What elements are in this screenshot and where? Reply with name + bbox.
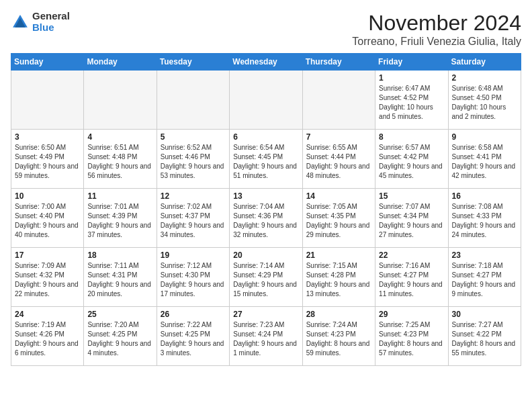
day-info: Sunrise: 6:54 AM Sunset: 4:45 PM Dayligh…: [233, 143, 298, 181]
day-info: Sunrise: 6:48 AM Sunset: 4:50 PM Dayligh…: [452, 84, 517, 122]
day-number: 25: [87, 310, 152, 319]
day-info: Sunrise: 7:02 AM Sunset: 4:37 PM Dayligh…: [161, 202, 226, 240]
day-info: Sunrise: 7:14 AM Sunset: 4:29 PM Dayligh…: [233, 261, 298, 299]
calendar-day-cell: 28Sunrise: 7:24 AM Sunset: 4:23 PM Dayli…: [302, 307, 375, 366]
month-title: November 2024: [352, 11, 521, 36]
day-number: 4: [87, 132, 152, 142]
day-info: Sunrise: 6:55 AM Sunset: 4:44 PM Dayligh…: [306, 143, 371, 181]
logo-icon: [11, 13, 30, 32]
day-info: Sunrise: 6:52 AM Sunset: 4:46 PM Dayligh…: [161, 143, 226, 181]
day-info: Sunrise: 7:05 AM Sunset: 4:35 PM Dayligh…: [306, 202, 371, 240]
day-number: 10: [15, 191, 80, 201]
calendar-day-cell: 26Sunrise: 7:22 AM Sunset: 4:25 PM Dayli…: [157, 307, 229, 366]
day-number: 26: [161, 310, 226, 319]
calendar-week-row: 1Sunrise: 6:47 AM Sunset: 4:52 PM Daylig…: [11, 71, 521, 130]
calendar-day-cell: 10Sunrise: 7:00 AM Sunset: 4:40 PM Dayli…: [11, 189, 84, 248]
day-number: 11: [87, 191, 152, 201]
calendar-body: 1Sunrise: 6:47 AM Sunset: 4:52 PM Daylig…: [11, 71, 521, 366]
calendar-day-cell: 29Sunrise: 7:25 AM Sunset: 4:23 PM Dayli…: [375, 307, 448, 366]
calendar-day-cell: 22Sunrise: 7:16 AM Sunset: 4:27 PM Dayli…: [375, 248, 448, 307]
day-number: 20: [233, 250, 298, 260]
calendar-day-cell: [84, 71, 157, 130]
day-number: 22: [379, 250, 444, 260]
calendar-day-cell: 1Sunrise: 6:47 AM Sunset: 4:52 PM Daylig…: [375, 71, 448, 130]
day-number: 12: [161, 191, 226, 201]
day-number: 23: [452, 250, 517, 260]
day-info: Sunrise: 7:27 AM Sunset: 4:22 PM Dayligh…: [452, 320, 517, 358]
weekday-header: Saturday: [448, 54, 521, 71]
day-number: 14: [306, 191, 371, 201]
logo-text: General Blue: [32, 11, 70, 33]
day-number: 1: [379, 73, 444, 83]
day-info: Sunrise: 7:24 AM Sunset: 4:23 PM Dayligh…: [306, 320, 371, 358]
calendar-day-cell: 15Sunrise: 7:07 AM Sunset: 4:34 PM Dayli…: [375, 189, 448, 248]
calendar-table: SundayMondayTuesdayWednesdayThursdayFrid…: [11, 53, 521, 366]
day-number: 6: [233, 132, 298, 142]
calendar-day-cell: 6Sunrise: 6:54 AM Sunset: 4:45 PM Daylig…: [230, 130, 302, 189]
location-title: Torreano, Friuli Venezia Giulia, Italy: [352, 36, 521, 48]
calendar-day-cell: 27Sunrise: 7:23 AM Sunset: 4:24 PM Dayli…: [230, 307, 302, 366]
logo-blue-label: Blue: [32, 22, 70, 34]
calendar-day-cell: 9Sunrise: 6:58 AM Sunset: 4:41 PM Daylig…: [448, 130, 521, 189]
calendar-week-row: 3Sunrise: 6:50 AM Sunset: 4:49 PM Daylig…: [11, 130, 521, 189]
calendar-day-cell: 17Sunrise: 7:09 AM Sunset: 4:32 PM Dayli…: [11, 248, 84, 307]
day-number: 29: [379, 310, 444, 319]
calendar-day-cell: 20Sunrise: 7:14 AM Sunset: 4:29 PM Dayli…: [230, 248, 302, 307]
day-number: 17: [15, 250, 80, 260]
calendar-day-cell: [11, 71, 84, 130]
calendar-day-cell: 25Sunrise: 7:20 AM Sunset: 4:25 PM Dayli…: [84, 307, 157, 366]
calendar-day-cell: 19Sunrise: 7:12 AM Sunset: 4:30 PM Dayli…: [157, 248, 229, 307]
day-number: 7: [306, 132, 371, 142]
day-info: Sunrise: 7:09 AM Sunset: 4:32 PM Dayligh…: [15, 261, 80, 299]
day-number: 27: [233, 310, 298, 319]
day-number: 15: [379, 191, 444, 201]
day-info: Sunrise: 7:19 AM Sunset: 4:26 PM Dayligh…: [15, 320, 80, 358]
calendar-header: SundayMondayTuesdayWednesdayThursdayFrid…: [11, 54, 521, 71]
logo: General Blue: [11, 11, 70, 33]
weekday-row: SundayMondayTuesdayWednesdayThursdayFrid…: [11, 54, 521, 71]
day-info: Sunrise: 6:50 AM Sunset: 4:49 PM Dayligh…: [15, 143, 80, 181]
calendar-day-cell: [302, 71, 375, 130]
day-info: Sunrise: 7:08 AM Sunset: 4:33 PM Dayligh…: [452, 202, 517, 240]
calendar-day-cell: [157, 71, 229, 130]
day-number: 8: [379, 132, 444, 142]
weekday-header: Wednesday: [230, 54, 302, 71]
day-number: 16: [452, 191, 517, 201]
calendar-day-cell: [230, 71, 302, 130]
logo-general-label: General: [32, 11, 70, 22]
day-info: Sunrise: 7:12 AM Sunset: 4:30 PM Dayligh…: [161, 261, 226, 299]
calendar-week-row: 10Sunrise: 7:00 AM Sunset: 4:40 PM Dayli…: [11, 189, 521, 248]
day-number: 19: [161, 250, 226, 260]
calendar-day-cell: 14Sunrise: 7:05 AM Sunset: 4:35 PM Dayli…: [302, 189, 375, 248]
weekday-header: Thursday: [302, 54, 375, 71]
calendar-day-cell: 8Sunrise: 6:57 AM Sunset: 4:42 PM Daylig…: [375, 130, 448, 189]
calendar-day-cell: 13Sunrise: 7:04 AM Sunset: 4:36 PM Dayli…: [230, 189, 302, 248]
calendar-day-cell: 3Sunrise: 6:50 AM Sunset: 4:49 PM Daylig…: [11, 130, 84, 189]
title-area: November 2024 Torreano, Friuli Venezia G…: [352, 11, 521, 48]
calendar-day-cell: 4Sunrise: 6:51 AM Sunset: 4:48 PM Daylig…: [84, 130, 157, 189]
calendar-day-cell: 7Sunrise: 6:55 AM Sunset: 4:44 PM Daylig…: [302, 130, 375, 189]
day-info: Sunrise: 7:18 AM Sunset: 4:27 PM Dayligh…: [452, 261, 517, 299]
day-info: Sunrise: 7:01 AM Sunset: 4:39 PM Dayligh…: [87, 202, 152, 240]
calendar-day-cell: 11Sunrise: 7:01 AM Sunset: 4:39 PM Dayli…: [84, 189, 157, 248]
day-info: Sunrise: 7:07 AM Sunset: 4:34 PM Dayligh…: [379, 202, 444, 240]
weekday-header: Monday: [84, 54, 157, 71]
header: General Blue November 2024 Torreano, Fri…: [11, 11, 521, 48]
calendar-week-row: 24Sunrise: 7:19 AM Sunset: 4:26 PM Dayli…: [11, 307, 521, 366]
day-info: Sunrise: 6:58 AM Sunset: 4:41 PM Dayligh…: [452, 143, 517, 181]
day-info: Sunrise: 7:20 AM Sunset: 4:25 PM Dayligh…: [87, 320, 152, 358]
day-number: 28: [306, 310, 371, 319]
day-info: Sunrise: 7:25 AM Sunset: 4:23 PM Dayligh…: [379, 320, 444, 358]
calendar-day-cell: 18Sunrise: 7:11 AM Sunset: 4:31 PM Dayli…: [84, 248, 157, 307]
calendar-week-row: 17Sunrise: 7:09 AM Sunset: 4:32 PM Dayli…: [11, 248, 521, 307]
calendar-day-cell: 5Sunrise: 6:52 AM Sunset: 4:46 PM Daylig…: [157, 130, 229, 189]
calendar-day-cell: 21Sunrise: 7:15 AM Sunset: 4:28 PM Dayli…: [302, 248, 375, 307]
weekday-header: Friday: [375, 54, 448, 71]
day-info: Sunrise: 6:51 AM Sunset: 4:48 PM Dayligh…: [87, 143, 152, 181]
day-info: Sunrise: 7:23 AM Sunset: 4:24 PM Dayligh…: [233, 320, 298, 358]
calendar-day-cell: 12Sunrise: 7:02 AM Sunset: 4:37 PM Dayli…: [157, 189, 229, 248]
day-info: Sunrise: 6:57 AM Sunset: 4:42 PM Dayligh…: [379, 143, 444, 181]
day-number: 3: [15, 132, 80, 142]
calendar-day-cell: 24Sunrise: 7:19 AM Sunset: 4:26 PM Dayli…: [11, 307, 84, 366]
day-number: 24: [15, 310, 80, 319]
